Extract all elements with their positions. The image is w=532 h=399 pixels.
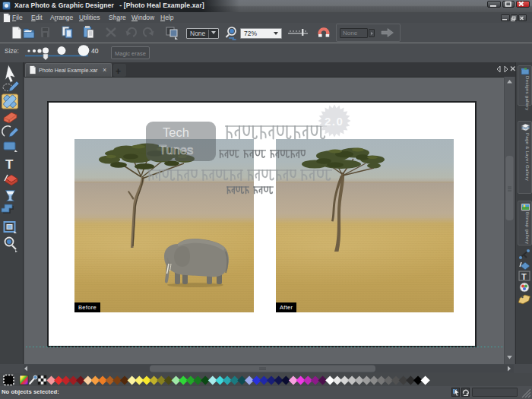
svg-text:2.0: 2.0 bbox=[325, 115, 344, 128]
svg-text:T: T bbox=[521, 272, 527, 281]
svg-text:Tech: Tech bbox=[163, 125, 189, 139]
svg-text:T: T bbox=[5, 157, 14, 172]
svg-text:Tunes: Tunes bbox=[159, 143, 193, 157]
